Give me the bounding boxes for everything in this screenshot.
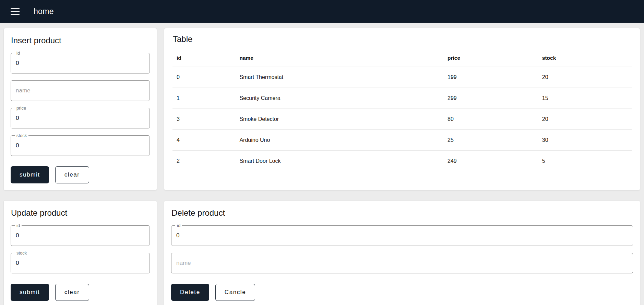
insert-price-label: price (15, 105, 28, 111)
update-product-title: Update product (11, 208, 150, 218)
table-cell: 199 (443, 67, 538, 88)
hamburger-menu-icon[interactable] (8, 4, 22, 18)
update-id-input[interactable] (11, 226, 150, 246)
insert-stock-label: stock (15, 133, 28, 138)
insert-price-field: price (11, 108, 150, 128)
delete-button[interactable]: Delete (171, 284, 209, 301)
update-submit-button[interactable]: submit (11, 284, 49, 301)
insert-product-title: Insert product (11, 36, 150, 45)
update-clear-button[interactable]: clear (55, 284, 89, 301)
app-title: home (34, 7, 54, 16)
table-cell: 5 (538, 151, 632, 172)
insert-clear-button[interactable]: clear (55, 166, 89, 183)
table-cell: 3 (172, 109, 235, 130)
delete-id-input[interactable] (171, 226, 633, 246)
delete-button-row: Delete Cancle (171, 284, 633, 301)
table-cell: 20 (538, 67, 632, 88)
table-cell: 1 (172, 88, 235, 109)
table-cell: Arduino Uno (235, 130, 443, 151)
delete-id-field: id (171, 225, 633, 246)
table-cell: 4 (172, 130, 235, 151)
table-header-stock: stock (538, 50, 632, 67)
insert-name-input[interactable] (11, 81, 150, 101)
table-row: 0Smart Thermostat19920 (172, 67, 632, 88)
insert-id-input[interactable] (11, 53, 150, 73)
update-id-label: id (15, 223, 22, 228)
table-row: 3Smoke Detector8020 (172, 109, 632, 130)
table-cell: Smart Door Lock (235, 151, 443, 172)
table-cell: 30 (538, 130, 632, 151)
update-stock-field: stock (11, 253, 150, 273)
table-cell: Smoke Detector (235, 109, 443, 130)
update-stock-label: stock (15, 250, 28, 256)
table-title: Table (173, 34, 632, 44)
delete-name-field (171, 253, 633, 273)
table-cell: 299 (443, 88, 538, 109)
hamburger-bar (11, 11, 20, 12)
table-cell: Security Camera (235, 88, 443, 109)
update-button-row: submit clear (11, 284, 150, 301)
delete-product-card: Delete product id Delete Cancle (164, 200, 640, 305)
insert-id-label: id (15, 50, 22, 56)
insert-submit-button[interactable]: submit (11, 166, 49, 183)
table-header-id: id (172, 50, 235, 67)
insert-stock-input[interactable] (11, 136, 150, 156)
table-row: 1Security Camera29915 (172, 88, 632, 109)
insert-product-card: Insert product id price stock submit cle… (3, 28, 157, 191)
delete-id-label: id (175, 223, 182, 228)
insert-button-row: submit clear (11, 166, 150, 183)
insert-stock-field: stock (11, 135, 150, 156)
table-cell: 15 (538, 88, 632, 109)
table-cell: 249 (443, 151, 538, 172)
product-table: id name price stock 0Smart Thermostat199… (172, 50, 632, 171)
hamburger-bar (11, 8, 20, 9)
table-header-name: name (235, 50, 443, 67)
table-cell: Smart Thermostat (235, 67, 443, 88)
table-body: 0Smart Thermostat199201Security Camera29… (172, 67, 632, 172)
cancel-button[interactable]: Cancle (215, 284, 255, 301)
insert-price-input[interactable] (11, 108, 150, 128)
table-row: 4Arduino Uno2530 (172, 130, 632, 151)
insert-name-field (11, 80, 150, 101)
app-bar: home (0, 0, 644, 23)
table-cell: 20 (538, 109, 632, 130)
delete-product-title: Delete product (171, 208, 633, 218)
table-cell: 2 (172, 151, 235, 172)
hamburger-bar (11, 14, 20, 15)
insert-id-field: id (11, 53, 150, 74)
table-header-row: id name price stock (172, 50, 632, 67)
main-content: Insert product id price stock submit cle… (0, 23, 644, 305)
update-id-field: id (11, 225, 150, 246)
table-header-price: price (443, 50, 538, 67)
table-cell: 80 (443, 109, 538, 130)
delete-name-input[interactable] (171, 253, 633, 273)
table-cell: 0 (172, 67, 235, 88)
update-product-card: Update product id stock submit clear (3, 200, 157, 305)
update-stock-input[interactable] (11, 253, 150, 273)
table-row: 2Smart Door Lock2495 (172, 151, 632, 172)
product-table-card: Table id name price stock 0Smart Thermos… (164, 28, 640, 191)
table-cell: 25 (443, 130, 538, 151)
